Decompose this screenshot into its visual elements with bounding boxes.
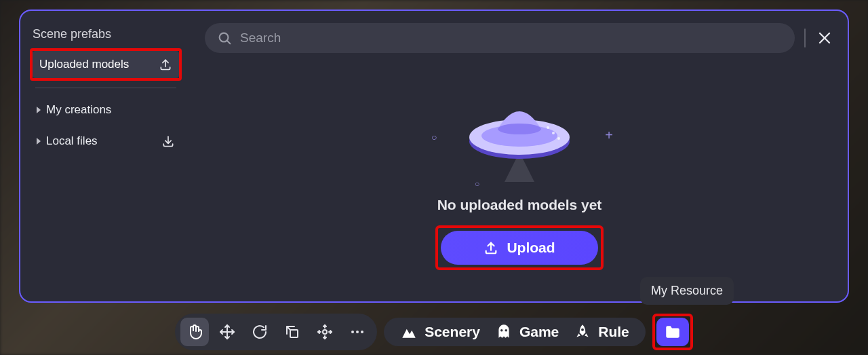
folder-icon bbox=[664, 323, 682, 341]
mode-label: Scenery bbox=[425, 324, 480, 340]
svg-rect-17 bbox=[290, 330, 298, 337]
sidebar-item-local-files[interactable]: Local files bbox=[30, 128, 182, 155]
sidebar-item-label: Uploaded models bbox=[39, 58, 129, 71]
svg-point-10 bbox=[498, 124, 541, 134]
empty-state: ○ + ○ No bbox=[191, 58, 848, 301]
mode-label: Game bbox=[519, 324, 559, 340]
svg-point-13 bbox=[557, 137, 560, 140]
rotate-tool[interactable] bbox=[245, 318, 274, 346]
svg-point-28 bbox=[581, 329, 584, 331]
svg-point-24 bbox=[356, 331, 359, 333]
chevron-right-icon bbox=[37, 138, 41, 145]
panel-topbar bbox=[191, 11, 848, 58]
ufo-illustration: ○ + ○ bbox=[445, 90, 594, 185]
sparkle-icon: ○ bbox=[431, 132, 437, 143]
sparkle-icon: + bbox=[605, 128, 613, 143]
svg-point-12 bbox=[552, 132, 555, 134]
svg-point-23 bbox=[351, 331, 354, 333]
close-button[interactable] bbox=[815, 29, 834, 48]
transform-tools-group bbox=[175, 314, 377, 350]
scale-tool[interactable] bbox=[278, 318, 307, 346]
sidebar: Scene prefabs Uploaded models My creatio… bbox=[20, 11, 191, 301]
sidebar-title: Scene prefabs bbox=[30, 23, 182, 44]
chevron-right-icon bbox=[37, 107, 41, 113]
highlight-upload-button: Upload bbox=[435, 225, 604, 270]
import-icon bbox=[161, 134, 175, 148]
svg-point-18 bbox=[323, 330, 327, 334]
my-resource-button[interactable] bbox=[656, 318, 689, 346]
sidebar-item-label: My creations bbox=[46, 103, 111, 117]
assets-panel: Scene prefabs Uploaded models My creatio… bbox=[19, 10, 849, 303]
highlight-my-resource bbox=[652, 314, 693, 350]
move-tool[interactable] bbox=[213, 318, 241, 346]
upload-button-label: Upload bbox=[507, 240, 555, 256]
sidebar-item-label: Local files bbox=[46, 134, 98, 148]
upload-button[interactable]: Upload bbox=[441, 231, 598, 265]
svg-point-11 bbox=[547, 126, 549, 129]
mode-game[interactable]: Game bbox=[495, 323, 559, 341]
sidebar-divider bbox=[35, 88, 176, 88]
search-icon bbox=[217, 31, 232, 45]
bottom-toolbar: Scenery Game Rule bbox=[0, 309, 868, 355]
transform-tool[interactable] bbox=[311, 318, 339, 346]
mode-scenery[interactable]: Scenery bbox=[400, 323, 480, 341]
empty-state-message: No uploaded models yet bbox=[437, 197, 602, 213]
search-field[interactable] bbox=[205, 23, 795, 53]
mode-tabs-group: Scenery Game Rule bbox=[384, 318, 646, 346]
hand-tool[interactable] bbox=[180, 318, 209, 346]
svg-point-25 bbox=[361, 331, 363, 333]
mountain-icon bbox=[400, 323, 418, 341]
mode-label: Rule bbox=[598, 324, 629, 340]
search-input[interactable] bbox=[240, 31, 783, 45]
topbar-divider bbox=[804, 29, 806, 48]
svg-point-26 bbox=[500, 329, 502, 331]
sidebar-item-uploaded-models[interactable]: Uploaded models bbox=[33, 51, 179, 78]
upload-icon bbox=[159, 58, 172, 71]
upload-icon bbox=[484, 240, 498, 255]
svg-point-27 bbox=[505, 329, 507, 331]
mode-rule[interactable]: Rule bbox=[574, 323, 629, 341]
rocket-icon bbox=[574, 323, 591, 341]
panel-main: ○ + ○ No bbox=[191, 11, 848, 301]
svg-line-3 bbox=[227, 41, 230, 43]
more-tools[interactable] bbox=[343, 318, 372, 346]
tooltip-my-resource: My Resource bbox=[640, 277, 734, 305]
ghost-icon bbox=[495, 323, 513, 341]
highlight-uploaded-models: Uploaded models bbox=[30, 48, 182, 81]
sidebar-item-my-creations[interactable]: My creations bbox=[30, 96, 182, 124]
sparkle-icon: ○ bbox=[475, 179, 479, 189]
